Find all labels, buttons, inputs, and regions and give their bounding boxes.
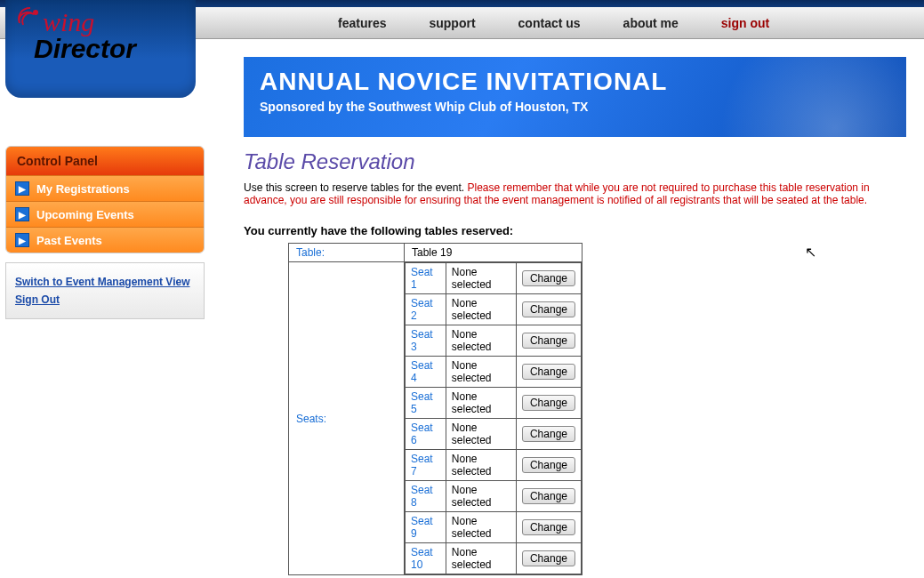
svg-point-0 bbox=[33, 10, 38, 15]
seat-row: Seat 1None selectedChange bbox=[406, 263, 582, 294]
seat-value: None selected bbox=[446, 388, 516, 419]
seat-row: Seat 3None selectedChange bbox=[406, 325, 582, 357]
seat-label: Seat 4 bbox=[406, 357, 446, 388]
nav-about[interactable]: about me bbox=[623, 16, 679, 30]
logo-swirl-icon bbox=[14, 5, 46, 37]
nav-features[interactable]: features bbox=[338, 16, 386, 30]
arrow-icon: ▶ bbox=[15, 181, 29, 196]
seat-label: Seat 1 bbox=[406, 263, 446, 294]
seat-value: None selected bbox=[446, 481, 516, 512]
nav-signout[interactable]: sign out bbox=[721, 16, 769, 30]
change-seat-button[interactable]: Change bbox=[522, 488, 575, 504]
change-seat-button[interactable]: Change bbox=[522, 550, 575, 566]
event-title: ANNUAL NOVICE INVITATIONAL bbox=[260, 68, 890, 96]
seats-label: Seats: bbox=[289, 262, 405, 575]
change-seat-button[interactable]: Change bbox=[522, 270, 575, 286]
sidebar-item-upcoming[interactable]: ▶ Upcoming Events bbox=[6, 201, 204, 227]
seat-label: Seat 7 bbox=[406, 450, 446, 481]
event-subtitle: Sponsored by the Southwest Whip Club of … bbox=[260, 100, 890, 114]
intro-plain: Use this screen to reserve tables for th… bbox=[244, 181, 467, 194]
sidebar-item-label: My Registrations bbox=[36, 182, 130, 196]
seat-value: None selected bbox=[446, 419, 516, 450]
seat-row: Seat 5None selectedChange bbox=[406, 388, 582, 419]
arrow-icon: ▶ bbox=[15, 207, 29, 221]
change-seat-button[interactable]: Change bbox=[522, 333, 575, 349]
signout-link[interactable]: Sign Out bbox=[15, 293, 195, 306]
change-seat-button[interactable]: Change bbox=[522, 426, 575, 442]
seat-value: None selected bbox=[446, 325, 516, 357]
seat-value: None selected bbox=[446, 357, 516, 388]
control-panel: Control Panel ▶ My Registrations ▶ Upcom… bbox=[5, 146, 205, 253]
seat-label: Seat 9 bbox=[406, 512, 446, 543]
seat-row: Seat 7None selectedChange bbox=[406, 450, 582, 481]
seat-row: Seat 8None selectedChange bbox=[406, 481, 582, 512]
seat-value: None selected bbox=[446, 263, 516, 294]
seat-value: None selected bbox=[446, 294, 516, 325]
change-seat-button[interactable]: Change bbox=[522, 519, 575, 535]
sidebar-item-past[interactable]: ▶ Past Events bbox=[6, 227, 204, 253]
sidebar-item-registrations[interactable]: ▶ My Registrations bbox=[6, 175, 204, 201]
intro-text: Use this screen to reserve tables for th… bbox=[244, 181, 906, 206]
change-seat-button[interactable]: Change bbox=[522, 364, 575, 380]
seat-value: None selected bbox=[446, 512, 516, 543]
seat-label: Seat 2 bbox=[406, 294, 446, 325]
event-banner: ANNUAL NOVICE INVITATIONAL Sponsored by … bbox=[244, 57, 906, 137]
sidebar-links: Switch to Event Management View Sign Out bbox=[5, 262, 205, 319]
seat-label: Seat 6 bbox=[406, 419, 446, 450]
seat-label: Seat 8 bbox=[406, 481, 446, 512]
change-seat-button[interactable]: Change bbox=[522, 395, 575, 411]
logo-text-top: wing bbox=[43, 9, 183, 36]
change-seat-button[interactable]: Change bbox=[522, 301, 575, 317]
main-content: ANNUAL NOVICE INVITATIONAL Sponsored by … bbox=[205, 39, 924, 578]
nav-support[interactable]: support bbox=[429, 16, 475, 30]
table-name: Table 19 bbox=[405, 244, 583, 262]
reserved-heading: You currently have the following tables … bbox=[244, 224, 906, 237]
seat-value: None selected bbox=[446, 543, 516, 574]
table-label: Table: bbox=[289, 244, 405, 262]
sidebar-item-label: Past Events bbox=[36, 234, 102, 247]
change-seat-button[interactable]: Change bbox=[522, 457, 575, 473]
seat-row: Seat 6None selectedChange bbox=[406, 419, 582, 450]
nav-contact[interactable]: contact us bbox=[518, 16, 581, 30]
control-panel-title: Control Panel bbox=[6, 147, 204, 175]
seat-label: Seat 3 bbox=[406, 325, 446, 357]
seat-value: None selected bbox=[446, 450, 516, 481]
seat-row: Seat 2None selectedChange bbox=[406, 294, 582, 325]
reservation-table: Table: Table 19 Seats: Seat 1None select… bbox=[288, 243, 583, 575]
seat-label: Seat 10 bbox=[406, 543, 446, 574]
seat-row: Seat 9None selectedChange bbox=[406, 512, 582, 543]
switch-view-link[interactable]: Switch to Event Management View bbox=[15, 276, 195, 288]
sidebar-item-label: Upcoming Events bbox=[36, 208, 134, 221]
page-title: Table Reservation bbox=[244, 149, 906, 174]
seat-row: Seat 4None selectedChange bbox=[406, 357, 582, 388]
arrow-icon: ▶ bbox=[15, 233, 29, 247]
seat-label: Seat 5 bbox=[406, 388, 446, 419]
seat-row: Seat 10None selectedChange bbox=[406, 543, 582, 574]
seat-list: Seat 1None selectedChangeSeat 2None sele… bbox=[405, 262, 582, 574]
sidebar: Control Panel ▶ My Registrations ▶ Upcom… bbox=[5, 146, 205, 578]
